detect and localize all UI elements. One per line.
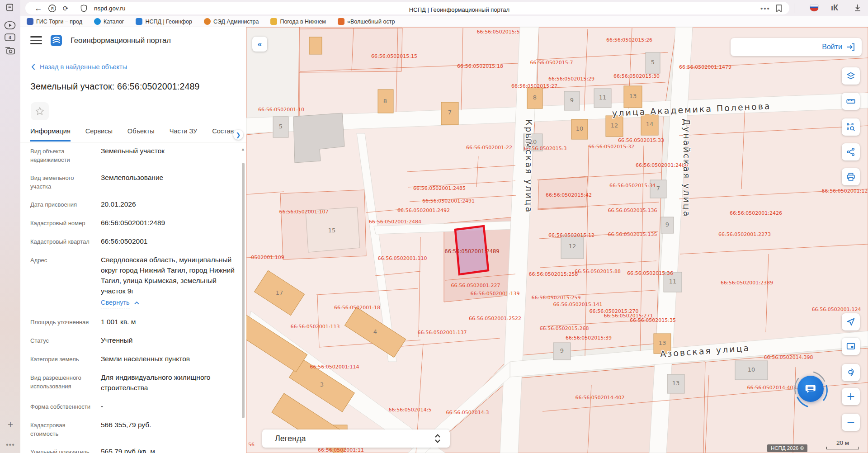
tabs-scroll-right-button[interactable]: ❯ xyxy=(233,130,243,140)
address-bar[interactable]: ← Я ⟳ nspd.gov.ru НСПД | Геоинформационн… xyxy=(25,2,789,14)
tab-объекты[interactable]: Объекты xyxy=(127,127,155,142)
parcel-label: 66:56:0502001:2485 xyxy=(413,185,466,191)
bookmark-item[interactable]: НСПД | Геоинфор xyxy=(136,18,192,25)
field-label: Кадастровая стоимость xyxy=(30,420,94,438)
menu-burger-button[interactable] xyxy=(30,36,42,44)
chevron-up-icon xyxy=(134,301,139,305)
print-button[interactable] xyxy=(842,168,860,185)
field-label: Дата присвоения xyxy=(30,199,94,209)
yandex-search-icon[interactable]: Я xyxy=(45,2,59,14)
bookmark-icon[interactable] xyxy=(772,2,786,14)
legend-bar[interactable]: Легенда xyxy=(262,429,450,448)
bookmark-favicon xyxy=(204,18,211,25)
bookmark-item[interactable]: Каталог xyxy=(94,18,124,25)
layers-button[interactable] xyxy=(842,67,860,85)
bookmark-item[interactable]: СЭД Администра xyxy=(204,18,259,25)
share-button[interactable] xyxy=(842,143,860,160)
field-value: Земельный участок xyxy=(101,146,165,164)
screenshot-icon[interactable] xyxy=(4,46,16,57)
parcel-label: 66:56:0502015:7 xyxy=(530,60,573,66)
zoom-out-button[interactable] xyxy=(842,414,860,431)
parcel-label: 66:56:0502001:11 xyxy=(318,447,364,453)
parcel-label: 66:56:0502001:18 xyxy=(334,305,380,311)
rail-add-icon[interactable]: ＋ xyxy=(6,418,18,430)
layers-icon xyxy=(846,71,856,81)
parcel-label: 66:56:0502014:398 xyxy=(764,354,813,360)
field-row: Кадастровый квартал66:56:0502001 xyxy=(30,236,235,246)
parcel-label: 66:56:0502001:137 xyxy=(417,330,467,335)
parcel-label: 66:56:0502014:403 xyxy=(747,385,796,391)
parcel-label: 66:56:0502015:88 xyxy=(575,269,621,274)
map-canvas[interactable]: 66:56:0502015:1566:56:0502015:566:56:050… xyxy=(246,27,868,453)
measure-button[interactable] xyxy=(842,93,860,110)
back-button[interactable]: ← xyxy=(32,2,45,14)
bookmark-item[interactable]: Погода в Нижнем xyxy=(270,18,326,25)
parcel-label: 66:56:0502015:33 xyxy=(618,137,664,143)
tab-counter-badge[interactable]: 4 xyxy=(4,33,16,44)
refresh-button[interactable]: ⟳ xyxy=(59,2,72,14)
geolocation-button[interactable] xyxy=(842,313,860,330)
field-label: Адрес xyxy=(30,255,94,308)
building-number: 5 xyxy=(279,123,283,130)
object-fields: Вид объекта недвижимостиЗемельный участо… xyxy=(30,146,235,453)
selected-parcel-label: 66:56:0502001:2489 xyxy=(444,248,499,255)
tab-части-зу[interactable]: Части ЗУ xyxy=(170,127,198,142)
minimap-button[interactable] xyxy=(842,338,860,355)
field-row: Вид разрешенного использованияДля индиви… xyxy=(30,372,235,393)
bookmark-favicon xyxy=(338,18,344,25)
url-text[interactable]: nspd.gov.ru xyxy=(94,5,126,12)
parcel-label: 56 xyxy=(248,442,255,448)
bookmark-favicon xyxy=(94,18,101,25)
plus-icon xyxy=(846,392,856,401)
parcel-label: 66:56:0502001:139 xyxy=(470,291,519,297)
zoom-in-button[interactable] xyxy=(842,388,860,405)
tab-panel-icon[interactable] xyxy=(5,3,17,14)
area-search-button[interactable] xyxy=(842,118,860,136)
back-to-results-link[interactable]: Назад в найденные объекты xyxy=(31,63,127,71)
field-value: Землепользование xyxy=(101,172,163,191)
building-number: 12 xyxy=(569,243,576,250)
site-shield-icon[interactable] xyxy=(77,2,90,14)
field-value: Учтенный xyxy=(101,335,132,345)
downloads-icon[interactable] xyxy=(854,4,862,14)
parcel-label: 66:56:0502015:12 xyxy=(548,232,594,238)
building-number: 4 xyxy=(373,328,377,335)
field-label: Вид разрешенного использования xyxy=(30,372,94,393)
field-label: Удельный показатель xyxy=(30,446,94,453)
tab-состав[interactable]: Состав xyxy=(212,127,234,142)
field-row: Кадастровый номер66:56:0502001:2489 xyxy=(30,217,235,228)
address-collapse-link[interactable]: Свернуть xyxy=(101,297,235,308)
building-number: 13 xyxy=(659,340,666,346)
minus-icon xyxy=(846,417,856,427)
bookmark-label: «Волшебный остр xyxy=(347,19,395,25)
more-menu-icon[interactable]: ••• xyxy=(759,2,772,14)
parcel-label: 66:56:0502015:18 xyxy=(457,63,503,69)
parcel-label: 66:56:0502015:35 xyxy=(630,317,676,323)
panel-collapse-button[interactable]: « xyxy=(252,37,267,52)
bookmark-label: НСПД | Геоинфор xyxy=(145,19,192,25)
panel-scrollbar[interactable] xyxy=(242,163,245,418)
page-title: НСПД | Геоинформационный портал xyxy=(179,6,740,13)
tab-сервисы[interactable]: Сервисы xyxy=(85,127,113,142)
rail-overflow-icon[interactable]: ••• xyxy=(6,441,18,449)
cadastral-map[interactable]: 66:56:0502015:1566:56:0502015:566:56:050… xyxy=(246,27,868,453)
field-row: Удельный показатель565,79 руб./кв. м xyxy=(30,446,235,453)
favorite-star-button[interactable] xyxy=(31,102,49,120)
search-on-map-button[interactable] xyxy=(842,364,860,381)
media-play-icon[interactable] xyxy=(4,20,16,32)
translate-flag-icon[interactable] xyxy=(808,4,820,14)
kontur-extension-icon[interactable]: ıК xyxy=(831,3,838,13)
parcel-label: 66:56:0502001:2273 xyxy=(718,231,771,237)
nspd-logo xyxy=(50,34,62,47)
field-value: 66:56:0502001 xyxy=(101,236,147,246)
parcel-label: 66:56:0502001:2491 xyxy=(422,198,475,204)
parcel-label: 66:56:0502015:32 xyxy=(588,144,634,150)
legend-label: Легенда xyxy=(275,434,306,444)
chat-swirl-decoration xyxy=(790,368,832,410)
field-value: - xyxy=(101,401,103,411)
login-bar[interactable]: Войти xyxy=(731,38,862,56)
bookmark-item[interactable]: ГИС Торги – прод xyxy=(27,18,82,25)
bookmark-item[interactable]: «Волшебный остр xyxy=(338,18,395,25)
tab-информация[interactable]: Информация xyxy=(30,127,71,142)
scroll-up-arrow[interactable]: ▲ xyxy=(241,147,245,151)
